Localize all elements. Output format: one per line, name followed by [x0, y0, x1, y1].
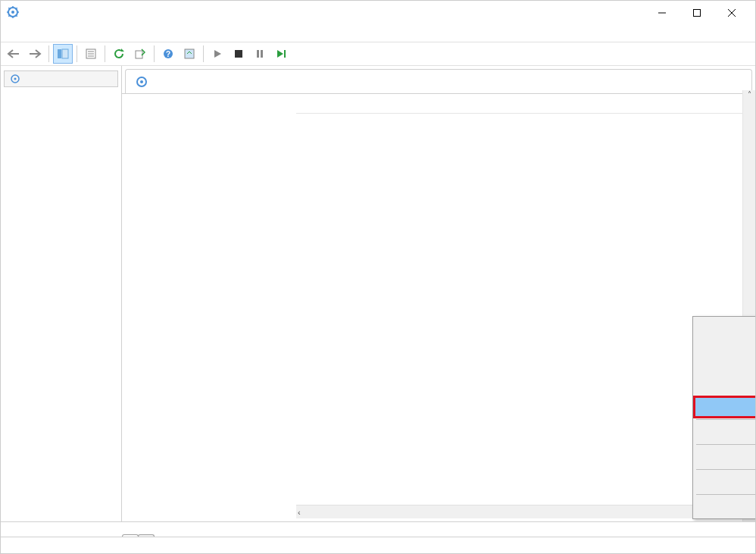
svg-rect-17	[257, 50, 259, 58]
start-service-button[interactable]	[208, 44, 227, 64]
menu-item-stop[interactable]	[695, 338, 755, 358]
refresh-button[interactable]	[109, 44, 129, 64]
svg-rect-18	[261, 50, 263, 58]
service-rows[interactable]	[296, 114, 755, 505]
svg-rect-15	[185, 49, 194, 58]
gear-icon	[135, 75, 148, 89]
action-pane-button[interactable]	[180, 44, 199, 64]
menu-item-all-tasks[interactable]	[695, 422, 755, 442]
menu-view[interactable]	[28, 32, 40, 35]
pane-header	[125, 69, 752, 93]
pause-service-button[interactable]	[250, 44, 270, 64]
svg-point-1	[11, 11, 14, 14]
service-details-pane	[122, 94, 296, 521]
minimize-button[interactable]	[645, 2, 679, 24]
svg-rect-16	[235, 50, 242, 58]
context-menu	[692, 316, 755, 519]
svg-rect-7	[62, 49, 68, 58]
service-list: ‹›	[296, 94, 755, 521]
menu-item-refresh[interactable]	[695, 447, 755, 467]
menu-item-start	[695, 318, 755, 338]
menu-item-pause	[695, 358, 755, 377]
toolbar: ?	[1, 42, 755, 66]
help-button[interactable]: ?	[158, 44, 178, 64]
close-button[interactable]	[714, 2, 749, 24]
menu-action[interactable]	[16, 32, 28, 35]
gear-icon	[9, 73, 21, 85]
column-headers	[296, 94, 755, 114]
maximize-button[interactable]	[679, 2, 714, 24]
export-list-button[interactable]	[130, 44, 150, 64]
forward-button[interactable]	[25, 44, 45, 64]
content-area: ‹› ˄˅	[1, 66, 755, 521]
svg-text:?: ?	[166, 50, 170, 58]
services-app-icon	[7, 6, 19, 20]
title-bar	[1, 1, 755, 25]
menu-item-properties[interactable]	[695, 472, 755, 492]
properties-button[interactable]	[81, 44, 101, 64]
tab-extended[interactable]	[122, 534, 139, 537]
stop-service-button[interactable]	[229, 44, 248, 64]
restart-service-button[interactable]	[271, 44, 291, 64]
right-pane: ‹› ˄˅	[122, 66, 755, 521]
tab-standard[interactable]	[138, 534, 155, 537]
view-tabs	[1, 521, 755, 537]
show-hide-tree-button[interactable]	[53, 44, 73, 64]
svg-rect-6	[58, 49, 61, 58]
svg-rect-12	[136, 51, 142, 58]
svg-point-21	[14, 78, 17, 80]
menu-help[interactable]	[40, 32, 52, 35]
menu-bar	[1, 25, 755, 42]
svg-point-23	[140, 80, 143, 83]
menu-item-help[interactable]	[695, 497, 755, 517]
svg-rect-19	[284, 50, 286, 58]
menu-file[interactable]	[4, 32, 16, 35]
menu-item-restart[interactable]	[695, 397, 755, 417]
menu-item-resume	[695, 377, 755, 397]
tree-item-services-local[interactable]	[4, 70, 118, 87]
tree-pane	[1, 66, 122, 521]
svg-rect-3	[694, 10, 701, 17]
horizontal-scrollbar[interactable]: ‹›	[296, 505, 755, 518]
status-bar	[1, 537, 755, 553]
back-button[interactable]	[4, 44, 23, 64]
